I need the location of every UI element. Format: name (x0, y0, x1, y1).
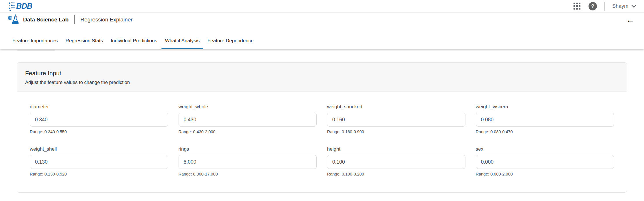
user-name: Shaym (612, 3, 628, 9)
input-weight-shell[interactable] (30, 155, 168, 169)
top-bar: BDB ? Shaym (0, 0, 644, 13)
logo-circuit-icon (8, 1, 16, 11)
page-title: Regression Explainer (80, 17, 133, 23)
data-science-lab-flask-icon (8, 14, 20, 26)
chevron-down-icon (631, 5, 636, 8)
field-sex: sex Range: 0.000-2.000 (476, 146, 614, 176)
field-weight-shucked: weight_shucked Range: 0.160-0.900 (327, 104, 465, 134)
topbar-actions: ? Shaym (574, 2, 636, 11)
input-weight-whole[interactable] (179, 113, 317, 127)
input-weight-viscera[interactable] (476, 113, 614, 127)
field-label: sex (476, 146, 614, 152)
main-content: Feature Input Adjust the feature values … (0, 49, 644, 193)
field-label: height (327, 146, 465, 152)
field-weight-viscera: weight_viscera Range: 0.080-0.470 (476, 104, 614, 134)
field-range: Range: 0.100-0.200 (327, 172, 465, 176)
field-range: Range: 0.000-2.000 (476, 172, 614, 176)
field-label: weight_shell (30, 146, 168, 152)
field-range: Range: 0.340-0.550 (30, 129, 168, 134)
tab-individual-predictions[interactable]: Individual Predictions (107, 38, 161, 49)
feature-input-card-header: Feature Input Adjust the feature values … (17, 63, 627, 92)
feature-input-card: Feature Input Adjust the feature values … (17, 62, 627, 193)
field-weight-shell: weight_shell Range: 0.130-0.520 (30, 146, 168, 176)
field-weight-whole: weight_whole Range: 0.430-2.000 (179, 104, 317, 134)
field-height: height Range: 0.100-0.200 (327, 146, 465, 176)
field-label: weight_viscera (476, 104, 614, 110)
input-weight-shucked[interactable] (327, 113, 465, 127)
help-icon[interactable]: ? (589, 2, 597, 10)
field-range: Range: 0.430-2.000 (179, 129, 317, 134)
header-block: Data Science Lab Regression Explainer ← … (0, 13, 644, 49)
logo-text: BDB (16, 2, 32, 11)
tab-what-if-analysis[interactable]: What if Analysis (162, 38, 203, 49)
header-separator (74, 15, 75, 24)
field-range: Range: 0.130-0.520 (30, 172, 168, 176)
topbar-divider (604, 2, 605, 11)
field-range: Range: 8.000-17.000 (179, 172, 317, 176)
field-rings: rings Range: 8.000-17.000 (179, 146, 317, 176)
app-header: Data Science Lab Regression Explainer ← (0, 13, 644, 26)
tabs-scrollbar-thumb[interactable] (17, 49, 55, 51)
field-label: rings (179, 146, 317, 152)
user-menu[interactable]: Shaym (612, 3, 636, 9)
bdb-logo[interactable]: BDB (8, 1, 32, 11)
tab-regression-stats[interactable]: Regression Stats (62, 38, 106, 49)
field-range: Range: 0.080-0.470 (476, 129, 614, 134)
input-rings[interactable] (179, 155, 317, 169)
help-glyph: ? (591, 3, 595, 10)
feature-input-grid: diameter Range: 0.340-0.550 weight_whole… (17, 92, 627, 176)
app-name: Data Science Lab (23, 17, 68, 23)
back-arrow-icon[interactable]: ← (624, 15, 636, 24)
card-subtitle: Adjust the feature values to change the … (25, 80, 619, 85)
card-title: Feature Input (25, 70, 619, 77)
field-range: Range: 0.160-0.900 (327, 129, 465, 134)
input-sex[interactable] (476, 155, 614, 169)
tab-feature-importances[interactable]: Feature Importances (9, 38, 61, 49)
field-label: weight_shucked (327, 104, 465, 110)
input-height[interactable] (327, 155, 465, 169)
field-label: weight_whole (179, 104, 317, 110)
tab-feature-dependence[interactable]: Feature Dependence (204, 38, 257, 49)
field-diameter: diameter Range: 0.340-0.550 (30, 104, 168, 134)
tab-bar: Feature Importances Regression Stats Ind… (0, 26, 644, 49)
input-diameter[interactable] (30, 113, 168, 127)
field-label: diameter (30, 104, 168, 110)
apps-grid-icon[interactable] (574, 3, 581, 10)
